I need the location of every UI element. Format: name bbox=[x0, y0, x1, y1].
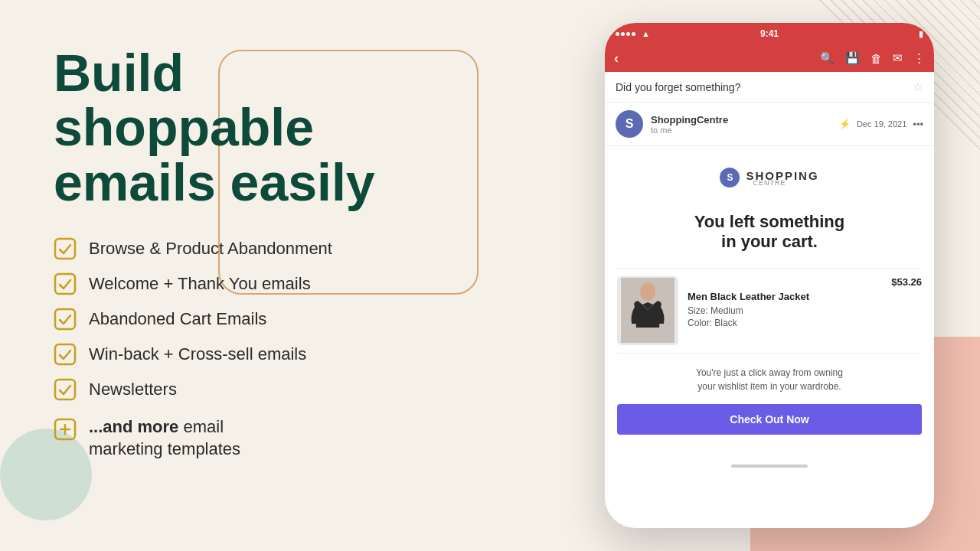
product-size: Size: Medium bbox=[688, 305, 882, 316]
signal-dot bbox=[626, 32, 630, 36]
email-meta: ⚡ Dec 19, 2021 ••• bbox=[839, 119, 923, 130]
product-row: Men Black Leather Jacket Size: Medium Co… bbox=[617, 268, 922, 354]
status-time: 9:41 bbox=[760, 28, 779, 39]
svg-rect-0 bbox=[55, 239, 75, 259]
sender-to: to me bbox=[651, 126, 831, 135]
phone-mockup: ▲ 9:41 ▮ ‹ 🔍 💾 🗑 ✉ ⋮ Did you forget some… bbox=[605, 23, 934, 528]
signal-dot bbox=[616, 32, 619, 36]
home-bar-indicator bbox=[731, 465, 808, 468]
check-icon bbox=[54, 343, 77, 366]
phone-home-bar bbox=[605, 456, 934, 476]
toolbar-icons: 🔍 💾 🗑 ✉ ⋮ bbox=[820, 51, 925, 65]
feature-more-text: ...and more emailmarketing templates bbox=[89, 416, 240, 460]
list-item: Welcome + Thank You emails bbox=[54, 272, 498, 295]
email-headline: You left something in your cart. bbox=[617, 212, 922, 253]
product-name: Men Black Leather Jacket bbox=[688, 291, 882, 302]
svg-rect-4 bbox=[55, 380, 75, 399]
list-item: Win-back + Cross-sell emails bbox=[54, 343, 498, 366]
check-icon bbox=[54, 308, 77, 331]
check-icon bbox=[54, 378, 77, 401]
product-color: Color: Black bbox=[688, 318, 882, 328]
check-icon bbox=[54, 272, 77, 295]
plus-icon bbox=[54, 418, 77, 441]
email-date: Dec 19, 2021 bbox=[857, 119, 906, 129]
email-sender-row: S ShoppingCentre to me ⚡ Dec 19, 2021 ••… bbox=[605, 103, 934, 146]
back-button[interactable]: ‹ bbox=[614, 51, 619, 67]
email-cta-text: You're just a click away from owning you… bbox=[617, 366, 922, 393]
brand-text: SHOPPING CENTRE bbox=[746, 169, 818, 187]
email-more-icon[interactable]: ••• bbox=[913, 119, 923, 130]
list-item: Browse & Product Abandonment bbox=[54, 237, 498, 260]
left-content: Build shoppable emails easily Browse & P… bbox=[54, 46, 498, 460]
sender-info: ShoppingCentre to me bbox=[651, 114, 831, 135]
wifi-icon: ▲ bbox=[642, 29, 650, 38]
sender-name: ShoppingCentre bbox=[651, 114, 831, 126]
product-price: $53.26 bbox=[891, 276, 922, 288]
battery-icon: ▮ bbox=[919, 29, 923, 39]
email-subject: Did you forget something? bbox=[616, 81, 740, 93]
brand-logo-row: S SHOPPING CENTRE bbox=[617, 168, 922, 197]
feature-list: Browse & Product Abandonment Welcome + T… bbox=[54, 237, 498, 401]
phone-status-bar: ▲ 9:41 ▮ bbox=[605, 23, 934, 44]
email-body: S SHOPPING CENTRE You left something in … bbox=[605, 152, 934, 450]
email-toolbar: ‹ 🔍 💾 🗑 ✉ ⋮ bbox=[605, 44, 934, 72]
svg-point-9 bbox=[640, 282, 655, 301]
feature-text: Abandoned Cart Emails bbox=[89, 309, 266, 329]
email-subject-bar: Did you forget something? ☆ bbox=[605, 72, 934, 103]
lightning-icon: ⚡ bbox=[839, 119, 851, 129]
signal-dot bbox=[621, 32, 625, 36]
save-icon[interactable]: 💾 bbox=[845, 51, 860, 65]
feature-text: Browse & Product Abandonment bbox=[89, 239, 332, 259]
feature-more-item: ...and more emailmarketing templates bbox=[54, 416, 498, 460]
product-info: Men Black Leather Jacket Size: Medium Co… bbox=[688, 291, 882, 330]
email-icon[interactable]: ✉ bbox=[893, 51, 903, 65]
feature-text: Win-back + Cross-sell emails bbox=[89, 344, 306, 364]
status-right: ▮ bbox=[919, 29, 923, 39]
checkout-button[interactable]: Check Out Now bbox=[617, 404, 922, 435]
product-image bbox=[617, 276, 678, 345]
check-icon bbox=[54, 237, 77, 260]
svg-rect-1 bbox=[55, 274, 75, 294]
feature-text: Welcome + Thank You emails bbox=[89, 274, 311, 294]
status-left: ▲ bbox=[616, 29, 650, 38]
more-options-icon[interactable]: ⋮ bbox=[913, 51, 925, 65]
list-item: Newsletters bbox=[54, 378, 498, 401]
sender-avatar: S bbox=[616, 110, 643, 138]
star-icon[interactable]: ☆ bbox=[913, 80, 923, 94]
signal-dot bbox=[632, 32, 635, 36]
product-image-svg bbox=[621, 278, 675, 343]
list-item: Abandoned Cart Emails bbox=[54, 308, 498, 331]
svg-rect-2 bbox=[55, 309, 75, 329]
feature-text: Newsletters bbox=[89, 380, 177, 399]
delete-icon[interactable]: 🗑 bbox=[871, 52, 882, 65]
search-icon[interactable]: 🔍 bbox=[820, 51, 835, 65]
status-signal bbox=[616, 32, 635, 36]
svg-rect-3 bbox=[55, 344, 75, 364]
phone-outer: ▲ 9:41 ▮ ‹ 🔍 💾 🗑 ✉ ⋮ Did you forget some… bbox=[605, 23, 934, 528]
main-title: Build shoppable emails easily bbox=[54, 46, 498, 210]
